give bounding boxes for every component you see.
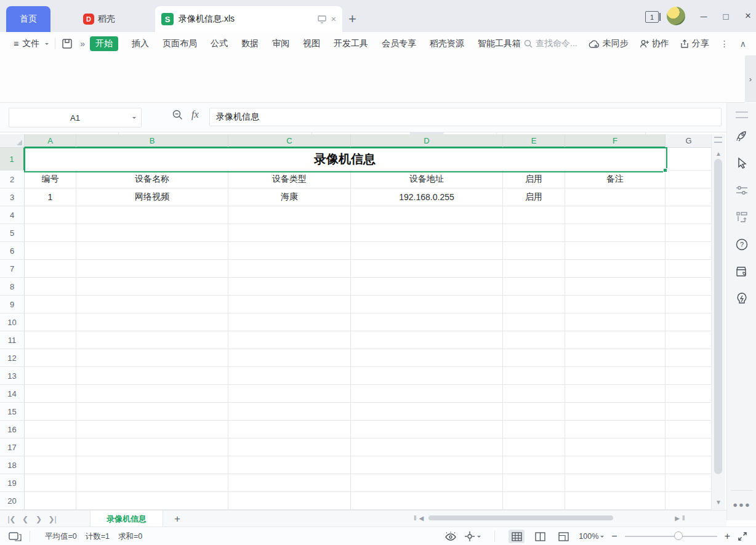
split-handle[interactable] [714, 137, 722, 143]
row-header-6[interactable]: 6 [0, 242, 25, 260]
cell[interactable]: 设备地址 [351, 171, 503, 188]
cell[interactable] [351, 224, 503, 242]
cell[interactable] [503, 367, 565, 385]
cell[interactable] [76, 296, 228, 313]
tab-home[interactable]: 首页 [6, 6, 50, 32]
cell[interactable] [503, 260, 565, 278]
cell[interactable] [76, 474, 228, 492]
cell[interactable] [666, 148, 712, 171]
ribbon-tab-审阅[interactable]: 审阅 [272, 38, 289, 49]
cell[interactable] [228, 492, 351, 510]
cell[interactable] [25, 456, 76, 474]
collapse-ribbon-icon[interactable]: ∧ [740, 39, 746, 49]
cell[interactable] [76, 349, 228, 367]
column-header-A[interactable]: A [25, 134, 76, 148]
cell[interactable] [76, 260, 228, 278]
cell[interactable] [76, 492, 228, 510]
cell[interactable] [666, 331, 712, 349]
cell[interactable] [666, 456, 712, 474]
cell[interactable] [565, 278, 666, 296]
sidebar-drag-handle[interactable] [736, 111, 748, 118]
cell[interactable] [503, 242, 565, 260]
row-header-18[interactable]: 18 [0, 456, 25, 474]
zoom-slider-handle[interactable] [674, 531, 683, 540]
cell[interactable] [503, 278, 565, 296]
cell[interactable] [503, 224, 565, 242]
cell[interactable] [565, 296, 666, 313]
cell[interactable] [76, 206, 228, 224]
cell[interactable] [76, 331, 228, 349]
cell[interactable] [228, 296, 351, 313]
cell[interactable] [666, 421, 712, 438]
fill-handle[interactable] [663, 168, 667, 172]
row-header-17[interactable]: 17 [0, 438, 25, 456]
cell[interactable]: 启用 [503, 188, 565, 206]
cell[interactable] [666, 260, 712, 278]
cell[interactable] [351, 260, 503, 278]
cell[interactable]: 设备名称 [76, 171, 228, 188]
reading-layout-button[interactable] [464, 531, 481, 542]
sidebar-more-dots-icon[interactable]: ●●● [727, 500, 756, 509]
fullscreen-icon[interactable] [738, 531, 747, 541]
cell[interactable] [666, 474, 712, 492]
more-quick-actions-icon[interactable]: » [80, 39, 85, 49]
cell[interactable] [565, 260, 666, 278]
cell[interactable] [666, 492, 712, 510]
close-window-button[interactable]: × [739, 7, 756, 25]
cell[interactable] [228, 260, 351, 278]
cell[interactable] [76, 313, 228, 331]
tab-docer[interactable]: D 稻壳 [53, 6, 145, 32]
cell[interactable] [228, 403, 351, 421]
cell[interactable] [666, 278, 712, 296]
cell[interactable] [503, 474, 565, 492]
cell[interactable] [666, 171, 712, 188]
help-icon[interactable]: ? [734, 237, 749, 252]
more-menu-icon[interactable]: ⋮ [720, 39, 729, 49]
cell[interactable] [76, 438, 228, 456]
cell[interactable] [25, 385, 76, 403]
cell[interactable] [666, 242, 712, 260]
user-avatar[interactable] [667, 7, 685, 25]
column-header-G[interactable]: G [666, 134, 712, 148]
vertical-scroll-thumb[interactable] [714, 159, 722, 474]
cell[interactable] [565, 206, 666, 224]
ribbon-tab-稻壳资源[interactable]: 稻壳资源 [430, 38, 464, 49]
inspiration-bulb-icon[interactable] [734, 291, 749, 306]
cell[interactable] [565, 456, 666, 474]
cell[interactable] [565, 349, 666, 367]
ribbon-tab-公式[interactable]: 公式 [211, 38, 228, 49]
cell[interactable]: 1 [25, 188, 76, 206]
cell[interactable] [228, 367, 351, 385]
cell[interactable] [351, 438, 503, 456]
cell[interactable] [666, 188, 712, 206]
sheet-tab-active[interactable]: 录像机信息 [90, 511, 163, 527]
cell[interactable] [351, 456, 503, 474]
cell[interactable] [228, 331, 351, 349]
cell[interactable] [228, 474, 351, 492]
cell[interactable] [351, 296, 503, 313]
collaborate-button[interactable]: 协作 [640, 38, 669, 49]
cell[interactable] [25, 224, 76, 242]
cell[interactable] [351, 421, 503, 438]
eye-protection-icon[interactable] [444, 531, 457, 541]
cell[interactable] [25, 260, 76, 278]
normal-view-button[interactable] [509, 530, 525, 543]
ribbon-tab-开始[interactable]: 开始 [90, 36, 118, 51]
column-header-C[interactable]: C [228, 134, 351, 148]
formula-input[interactable]: 录像机信息 [209, 108, 722, 126]
cell[interactable]: 设备类型 [228, 171, 351, 188]
next-sheet-icon[interactable]: ❯ [32, 515, 46, 523]
row-header-1[interactable]: 1 [0, 148, 25, 171]
cell[interactable] [565, 313, 666, 331]
cell[interactable] [503, 331, 565, 349]
cell[interactable] [228, 421, 351, 438]
cell[interactable] [666, 296, 712, 313]
cell[interactable] [25, 296, 76, 313]
row-header-20[interactable]: 20 [0, 492, 25, 510]
present-monitor-icon[interactable] [318, 15, 326, 23]
cell[interactable] [228, 206, 351, 224]
scroll-right-icon[interactable]: ▶ [675, 515, 680, 522]
horizontal-scrollbar[interactable]: ‖ ◀ ▶ ‖ [414, 512, 685, 523]
cell[interactable] [228, 242, 351, 260]
cell[interactable]: 启用 [503, 171, 565, 188]
